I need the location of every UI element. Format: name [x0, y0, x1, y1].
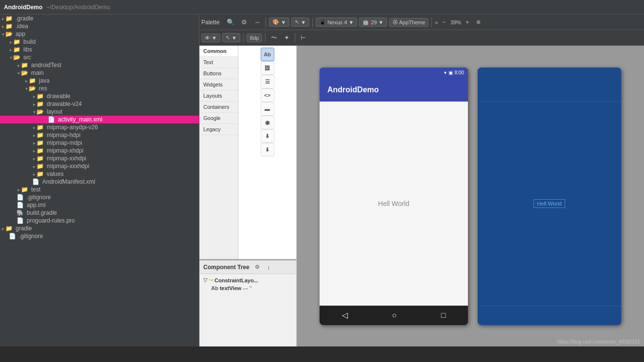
zoom-fit-btn[interactable]: ⊕ — [474, 17, 483, 27]
tree-item[interactable]: ▸📁mipmap-mdpi — [0, 139, 199, 147]
palette-cat-google[interactable]: Google — [199, 113, 238, 124]
blueprint-preview: Hell World — [478, 68, 621, 325]
component-tree-settings[interactable]: ⚙ — [252, 262, 262, 272]
palette-cat-buttons[interactable]: Buttons — [199, 68, 238, 79]
api-label: 29 — [371, 19, 376, 25]
tree-item[interactable]: ▸📁libs — [0, 46, 199, 53]
component-tree-item-textview[interactable]: Ab textView — " — [203, 284, 292, 292]
tree-item[interactable]: ▸📁mipmap-xxhdpi — [0, 155, 199, 162]
component-tree-panel: Component Tree ⚙ ↕ ▽ ↪ ConstraintLayo...… — [199, 259, 296, 346]
palette-label: Palette — [201, 19, 219, 26]
home-icon: ○ — [392, 311, 397, 320]
component-tree-item-layout: ▽ ↪ ConstraintLayo... — [203, 276, 292, 284]
tree-item[interactable]: ▸📁build — [0, 38, 199, 46]
tree-item[interactable]: 📄proguard-rules.pro — [0, 217, 199, 224]
phone-content: Hell World — [320, 102, 468, 306]
tree-item[interactable]: ▸📁mipmap-xxxhdpi — [0, 162, 199, 170]
palette-resize-btn[interactable]: ↔ — [251, 17, 263, 27]
app-name: AndroidDemo — [4, 4, 42, 11]
tree-item[interactable]: ▸📁values — [0, 170, 199, 178]
palette-cat-layouts[interactable]: Layouts — [199, 90, 238, 102]
theme-label: AppTheme — [399, 19, 426, 25]
tree-item[interactable]: 🐘build.gradle — [0, 209, 199, 217]
title-bar: AndroidDemo ~/Desktop/AndroidDemo — [0, 0, 644, 15]
tree-item[interactable]: ▾📂main — [0, 69, 199, 77]
tree-item[interactable]: ▾📂layout — [0, 108, 199, 116]
tree-item[interactable]: ▸📁.idea — [0, 22, 199, 30]
palette-search-btn[interactable]: 🔍 — [224, 17, 237, 27]
tree-item[interactable]: ▸📁drawable-v24 — [0, 100, 199, 108]
tree-item[interactable]: ▾📂src — [0, 53, 199, 61]
tree-item[interactable]: ▸📁.gradle — [0, 15, 199, 22]
design-mode-btn[interactable]: 🎨▼ — [269, 17, 289, 27]
palette-categories: CommonTextButtonsWidgetsLayoutsContainer… — [199, 46, 238, 259]
tree-item[interactable]: ▸📁test — [0, 186, 199, 193]
magic-btn[interactable]: ✦ — [282, 33, 292, 43]
tree-item[interactable]: ▸📁gradle — [0, 224, 199, 232]
palette-cat-text[interactable]: Text — [199, 57, 238, 68]
zoom-label: 39% — [450, 19, 461, 25]
app-bar-title: AndroidDemo — [327, 86, 379, 94]
cursor-btn[interactable]: ↖▼ — [222, 33, 240, 42]
tree-item[interactable]: 📄.gitignore — [0, 193, 199, 201]
palette-widget-image[interactable]: 🖼 — [261, 61, 274, 75]
tree-item[interactable]: 📄.gitignore — [0, 232, 199, 240]
palette-widget-download[interactable]: ⬇ — [261, 143, 274, 156]
palette-cat-containers[interactable]: Containers — [199, 102, 238, 113]
tree-item[interactable]: ▸📁mipmap-anydpi-v26 — [0, 123, 199, 131]
component-tree-label: Component Tree — [203, 264, 250, 271]
status-time: 8:00 — [455, 70, 464, 75]
palette-widget-rect[interactable]: ▬ — [261, 102, 274, 116]
palette-toolbar: Palette 🔍 ⚙ ↔ 🎨▼ ↖▼ 📱 Nexus 4 ▼ 🤖 29 — [199, 15, 644, 30]
tree-item[interactable]: ▸📁mipmap-xhdpi — [0, 147, 199, 155]
palette-widget-download[interactable]: ⬇ — [261, 129, 274, 143]
zoom-out-btn[interactable]: − — [440, 17, 448, 27]
device-label: Nexus 4 — [327, 19, 347, 25]
component-tree-sync[interactable]: ↕ — [265, 263, 273, 272]
palette-cat-common[interactable]: Common — [199, 46, 238, 57]
palette-widget-list[interactable]: ☰ — [261, 75, 274, 88]
tree-item[interactable]: 📄app.iml — [0, 201, 199, 209]
palette-cat-widgets[interactable]: Widgets — [199, 79, 238, 90]
component-tree-header: Component Tree ⚙ ↕ — [199, 260, 296, 274]
back-icon: ◁ — [342, 310, 348, 320]
zoom-in-btn[interactable]: + — [463, 17, 472, 27]
api-selector[interactable]: 🤖 29 ▼ — [359, 17, 387, 27]
divider5 — [265, 33, 266, 43]
palette-cat-legacy[interactable]: Legacy — [199, 124, 238, 135]
vertical-guideline-btn[interactable]: ⊢ — [298, 33, 308, 43]
tree-item[interactable]: ▸📁drawable — [0, 92, 199, 100]
app-bar: AndroidDemo — [320, 78, 468, 102]
blueprint-text: Hell World — [537, 201, 562, 207]
nav-bar: ◁ ○ □ — [320, 306, 468, 325]
path: ~/Desktop/AndroidDemo — [46, 4, 110, 11]
file-tree: ▸📁.gradle▸📁.idea▾📂app▸📁build▸📁libs▾📂src▸… — [0, 15, 199, 346]
palette-settings-btn[interactable]: ⚙ — [239, 17, 250, 27]
tree-item[interactable]: ▾📂res — [0, 85, 199, 92]
divider4 — [243, 33, 244, 43]
divider1 — [266, 17, 266, 27]
more-options[interactable]: » — [435, 19, 438, 25]
palette-widgets: Ab🖼☰<>▬◉⬇⬇ — [238, 46, 296, 259]
palette-widget-ab[interactable]: Ab — [261, 48, 274, 61]
tree-item[interactable]: ▾📂app — [0, 30, 199, 38]
divider2 — [312, 17, 313, 27]
tree-item[interactable]: ▸📁java — [0, 77, 199, 85]
cursor-mode-btn[interactable]: ↖▼ — [291, 17, 309, 27]
palette-widget-code[interactable]: <> — [261, 88, 274, 102]
divider6 — [295, 33, 295, 43]
tree-item[interactable]: 📄activity_main.xml — [0, 116, 199, 123]
tree-item[interactable]: 📄AndroidManifest.xml — [0, 178, 199, 186]
tree-item[interactable]: ▸📁mipmap-hdpi — [0, 131, 199, 139]
device-selector[interactable]: 📱 Nexus 4 ▼ — [316, 17, 357, 27]
palette-widget-toggle[interactable]: ◉ — [261, 116, 274, 129]
tree-item[interactable]: ▸📁androidTest — [0, 61, 199, 69]
theme-selector[interactable]: ⦿ AppTheme — [389, 18, 429, 27]
blueprint-text-box: Hell World — [534, 199, 565, 208]
design-toolbar-secondary: 👁▼ ↖▼ 8dp 〜 ✦ ⊢ — [199, 30, 644, 46]
palette-panel: CommonTextButtonsWidgetsLayoutsContainer… — [199, 46, 297, 346]
connections-btn[interactable]: 〜 — [268, 32, 280, 44]
eye-btn[interactable]: 👁▼ — [201, 34, 220, 42]
phone-preview: ▾ ▣ 8:00 AndroidDemo Hell World ◁ ○ □ — [320, 68, 468, 325]
divider3 — [431, 17, 432, 27]
